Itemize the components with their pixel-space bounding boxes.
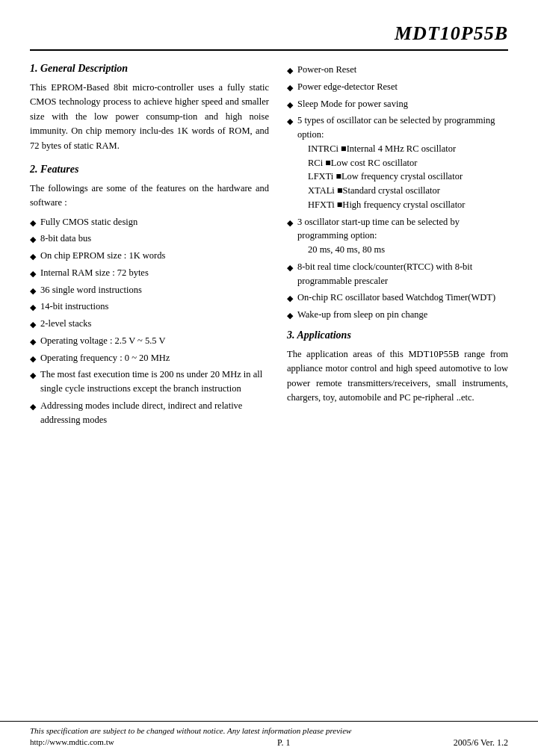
bullet-icon: ◆ <box>30 233 36 246</box>
list-item: ◆ 3 oscillator start-up time can be sele… <box>287 215 508 257</box>
document-title: MDT10P55B <box>395 22 508 44</box>
footer-disclaimer: This specification are subject to be cha… <box>30 726 508 735</box>
page-header: MDT10P55B <box>30 22 508 51</box>
oscillator-times: 20 ms, 40 ms, 80 ms <box>297 244 385 255</box>
footer-bottom: http://www.mdtic.com.tw P. 1 2005/6 Ver.… <box>30 737 508 749</box>
oscillator-type-1: INTRCi ■Internal 4 MHz RC oscillator <box>297 143 456 154</box>
section1-body: This EPROM-Based 8bit micro-controller u… <box>30 81 269 153</box>
oscillator-type-5: HFXTi ■High frequency crystal oscillator <box>297 199 466 210</box>
section2-title: 2. Features <box>30 164 269 176</box>
list-item: ◆2-level stacks <box>30 317 269 331</box>
bullet-icon: ◆ <box>30 318 36 331</box>
bullet-icon: ◆ <box>287 99 293 111</box>
list-item: ◆Power edge-detector Reset <box>287 80 508 94</box>
page: MDT10P55B 1. General Description This EP… <box>0 0 538 756</box>
list-item: ◆On chip EPROM size : 1K words <box>30 249 269 263</box>
bullet-icon: ◆ <box>287 64 293 77</box>
bullet-icon: ◆ <box>30 250 36 263</box>
list-item: ◆Addressing modes include direct, indire… <box>30 399 269 427</box>
list-item: ◆Wake-up from sleep on pin change <box>287 308 508 322</box>
page-footer: This specification are subject to be cha… <box>0 721 538 756</box>
footer-url: http://www.mdtic.com.tw <box>30 737 114 749</box>
section-features: 2. Features The followings are some of t… <box>30 164 269 427</box>
bullet-icon: ◆ <box>287 81 293 94</box>
footer-page: P. 1 <box>277 737 290 749</box>
bullet-icon: ◆ <box>30 335 36 348</box>
section1-title: 1. General Description <box>30 63 269 75</box>
bullet-icon: ◆ <box>30 353 36 365</box>
list-item: ◆36 single word instructions <box>30 283 269 297</box>
bullet-icon: ◆ <box>30 369 36 382</box>
section-general-description: 1. General Description This EPROM-Based … <box>30 63 269 153</box>
section-applications: 3. Applications The application areas of… <box>287 329 508 406</box>
list-item: ◆Sleep Mode for power saving <box>287 97 508 111</box>
list-item: ◆8-bit real time clock/counter(RTCC) wit… <box>287 260 508 288</box>
features-list: ◆Fully CMOS static design ◆8-bit data bu… <box>30 215 269 427</box>
bullet-icon: ◆ <box>30 400 36 413</box>
list-item: ◆Internal RAM size : 72 bytes <box>30 266 269 280</box>
list-item: ◆On-chip RC oscillator based Watchdog Ti… <box>287 291 508 305</box>
oscillator-type-3: LFXTi ■Low frequency crystal oscillator <box>297 171 463 182</box>
bullet-icon: ◆ <box>287 115 293 128</box>
list-item: ◆14-bit instructions <box>30 300 269 314</box>
bullet-icon: ◆ <box>30 285 36 297</box>
bullet-icon: ◆ <box>30 267 36 280</box>
list-item: ◆Operating voltage : 2.5 V ~ 5.5 V <box>30 334 269 348</box>
bullet-icon: ◆ <box>30 301 36 314</box>
bullet-icon: ◆ <box>287 292 293 305</box>
bullet-icon: ◆ <box>287 309 293 322</box>
oscillator-type-4: XTALi ■Standard crystal oscillator <box>297 185 440 196</box>
footer-version: 2005/6 Ver. 1.2 <box>454 737 508 749</box>
right-column: ◆Power-on Reset ◆Power edge-detector Res… <box>287 63 508 434</box>
oscillator-type-2: RCi ■Low cost RC oscillator <box>297 158 417 168</box>
list-item: ◆The most fast execution time is 200 ns … <box>30 368 269 396</box>
list-item: ◆8-bit data bus <box>30 232 269 246</box>
right-features-list: ◆Power-on Reset ◆Power edge-detector Res… <box>287 63 508 322</box>
section2-intro: The followings are some of the features … <box>30 182 269 211</box>
bullet-icon: ◆ <box>287 217 293 229</box>
list-item: ◆ 5 types of oscillator can be selected … <box>287 114 508 211</box>
list-item: ◆Fully CMOS static design <box>30 215 269 229</box>
content-columns: 1. General Description This EPROM-Based … <box>30 63 508 434</box>
section3-body: The application areas of this MDT10P55B … <box>287 347 508 406</box>
bullet-icon: ◆ <box>30 217 36 229</box>
bullet-icon: ◆ <box>287 261 293 274</box>
left-column: 1. General Description This EPROM-Based … <box>30 63 269 434</box>
list-item: ◆Operating frequency : 0 ~ 20 MHz <box>30 351 269 365</box>
section3-title: 3. Applications <box>287 329 508 341</box>
list-item: ◆Power-on Reset <box>287 63 508 77</box>
